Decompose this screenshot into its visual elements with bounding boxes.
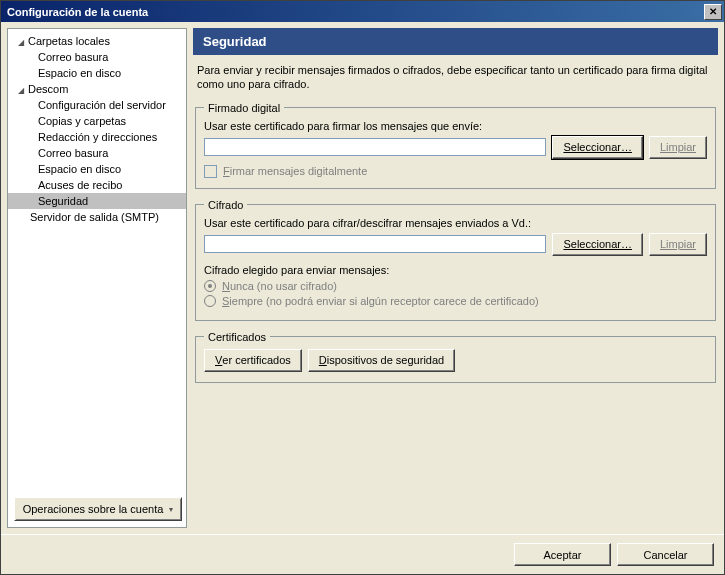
encrypt-never-label: Nunca (no usar cifrado) [222, 280, 337, 292]
encryption-legend: Cifrado [204, 199, 247, 211]
tree-item-descom[interactable]: Descom [8, 81, 186, 97]
signing-legend: Firmado digital [204, 102, 284, 114]
signing-select-button[interactable]: Seleccionar… [552, 136, 642, 159]
account-operations-label: Operaciones sobre la cuenta [23, 503, 164, 515]
encryption-select-button[interactable]: Seleccionar… [552, 233, 642, 256]
signing-group: Firmado digital Usar este certificado pa… [195, 102, 716, 189]
section-description: Para enviar y recibir mensajes firmados … [193, 63, 718, 102]
window-title: Configuración de la cuenta [7, 6, 704, 18]
view-certificates-button[interactable]: Ver certificados [204, 349, 302, 372]
close-icon: ✕ [709, 6, 717, 17]
encryption-cert-input[interactable] [204, 235, 546, 253]
encryption-group: Cifrado Usar este certificado para cifra… [195, 199, 716, 321]
account-operations-button[interactable]: Operaciones sobre la cuenta [14, 497, 182, 521]
section-header: Seguridad [193, 28, 718, 55]
security-devices-button[interactable]: Dispositivos de seguridad [308, 349, 455, 372]
tree-item-configuraci-n-del-servidor[interactable]: Configuración del servidor [8, 97, 186, 113]
encrypt-never-radio [204, 280, 216, 292]
tree-item-correo-basura[interactable]: Correo basura [8, 49, 186, 65]
encrypt-always-label: Siempre (no podrá enviar si algún recept… [222, 295, 539, 307]
tree-item-acuses-de-recibo[interactable]: Acuses de recibo [8, 177, 186, 193]
tree-item-espacio-en-disco[interactable]: Espacio en disco [8, 65, 186, 81]
tree-item-carpetas-locales[interactable]: Carpetas locales [8, 33, 186, 49]
sign-messages-checkbox [204, 165, 217, 178]
encrypt-always-radio [204, 295, 216, 307]
cancel-button[interactable]: Cancelar [617, 543, 714, 566]
tree-item-copias-y-carpetas[interactable]: Copias y carpetas [8, 113, 186, 129]
settings-panel: Seguridad Para enviar y recibir mensajes… [193, 28, 718, 528]
tree-item-espacio-en-disco[interactable]: Espacio en disco [8, 161, 186, 177]
tree-item-correo-basura[interactable]: Correo basura [8, 145, 186, 161]
signing-cert-label: Usar este certificado para firmar los me… [204, 120, 707, 132]
sign-messages-label: FFirmar mensajes digitalmenteirmar mensa… [223, 165, 367, 177]
tree-item-redacci-n-y-direcciones[interactable]: Redacción y direcciones [8, 129, 186, 145]
encryption-pref-label: Cifrado elegido para enviar mensajes: [204, 264, 707, 276]
ok-button[interactable]: Aceptar [514, 543, 611, 566]
close-button[interactable]: ✕ [704, 4, 722, 20]
encryption-clear-button: Limpiar [649, 233, 707, 256]
certificates-group: Certificados Ver certificados Ver certif… [195, 331, 716, 383]
tree-item-servidor-de-salida-smtp-[interactable]: Servidor de salida (SMTP) [8, 209, 186, 225]
encryption-cert-label: Usar este certificado para cifrar/descif… [204, 217, 707, 229]
account-tree-sidebar: Carpetas localesCorreo basuraEspacio en … [7, 28, 187, 528]
signing-cert-input[interactable] [204, 138, 546, 156]
certificates-legend: Certificados [204, 331, 270, 343]
tree-item-seguridad[interactable]: Seguridad [8, 193, 186, 209]
signing-clear-button: Limpiar [649, 136, 707, 159]
